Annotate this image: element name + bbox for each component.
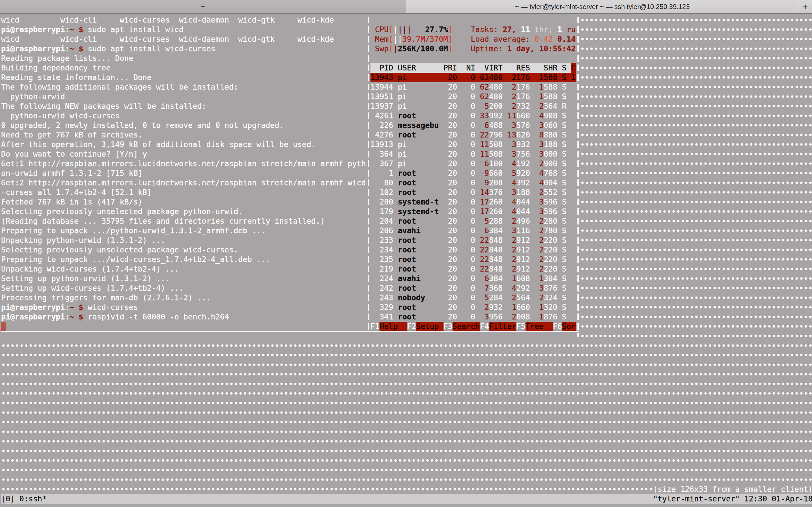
terminal-row: Get:1 http://raspbian.mirrors.lucidnetwo… — [1, 159, 812, 168]
terminal-row: ∙∙∙∙∙∙∙∙∙∙∙∙∙∙∙∙∙∙∙∙∙∙∙∙∙∙∙∙∙∙∙∙∙∙∙∙∙∙∙∙… — [1, 456, 812, 465]
terminal-row: ∙∙∙∙∙∙∙∙∙∙∙∙∙∙∙∙∙∙∙∙∙∙∙∙∙∙∙∙∙∙∙∙∙∙∙∙∙∙∙∙… — [1, 389, 812, 398]
terminal-row: on-urwid armhf 1.3.1-2 [715 kB] 1 root 2… — [1, 168, 812, 178]
terminal-row: wicd wicd-cli wicd-curses wicd-daemon wi… — [1, 34, 812, 44]
terminal-row: ∙∙∙∙∙∙∙∙∙∙∙∙∙∙∙∙∙∙∙∙∙∙∙∙∙∙∙∙∙∙∙∙∙∙∙∙∙∙∙∙… — [1, 408, 812, 417]
tmux-status-bar: [0] 0:ssh* "tyler-mint-server" 12:30 01-… — [1, 494, 812, 504]
terminal-row: Setting up wicd-curses (1.7.4+tb2-4) ...… — [1, 283, 812, 293]
terminal-row: Building dependency tree PID USER PRI NI… — [1, 63, 812, 73]
terminal-row: ∙∙∙∙∙∙∙∙∙∙∙∙∙∙∙∙∙∙∙∙∙∙∙∙∙∙∙∙∙∙∙∙∙∙∙∙∙∙∙∙… — [1, 417, 812, 427]
terminal-row: The following additional packages will b… — [1, 82, 812, 92]
terminal-row: ∙∙∙∙∙∙∙∙∙∙∙∙∙∙∙∙∙∙∙∙∙∙∙∙∙∙∙∙∙∙∙∙∙∙∙∙∙∙∙∙… — [1, 331, 812, 341]
tab-bar: ~ ~ — tyler@tyler-mint-server ~ — ssh ty… — [0, 0, 812, 14]
tab-ssh-title: ~ — tyler@tyler-mint-server ~ — ssh tyle… — [515, 3, 690, 11]
terminal-row: Setting up python-urwid (1.3.1-2) ... 22… — [1, 274, 812, 283]
terminal-row: The following NEW packages will be insta… — [1, 101, 812, 111]
tab-home[interactable]: ~ — [0, 0, 406, 13]
terminal-row: Need to get 767 kB of archives. 4276 roo… — [1, 130, 812, 140]
terminal-row: (Reading database ... 35795 files and di… — [1, 216, 812, 226]
terminal-row: pi@raspberrypi:~ $ wicd-curses 329 root … — [1, 302, 812, 312]
terminal-row: ∙∙∙∙∙∙∙∙∙∙∙∙∙∙∙∙∙∙∙∙∙∙∙∙∙∙∙∙∙∙∙∙∙∙∙∙∙∙∙∙… — [1, 370, 812, 379]
terminal-row: Processing triggers for man-db (2.7.6.1-… — [1, 293, 812, 302]
terminal-row: ∙∙∙∙∙∙∙∙∙∙∙∙∙∙∙∙∙∙∙∙∙∙∙∙∙∙∙∙∙∙∙∙∙∙∙∙∙∙∙∙… — [1, 465, 812, 475]
terminal-row: pi@raspberrypi:~ $ sudo apt install wicd… — [1, 25, 812, 34]
terminal-row: ∙∙∙∙∙∙∙∙∙∙∙∙∙∙∙∙∙∙∙∙∙∙∙∙∙∙∙∙∙∙∙∙∙∙∙∙∙∙∙∙… — [1, 398, 812, 408]
terminal-row: Unpacking wicd-curses (1.7.4+tb2-4) ... … — [1, 264, 812, 274]
terminal-row: Fetched 767 kB in 1s (417 kB/s) 200 syst… — [1, 197, 812, 207]
terminal-row: Reading state information... Done 13943 … — [1, 73, 812, 82]
terminal-row: F1Help F2Setup F3SearchF4FilterF5Tree F6… — [1, 322, 812, 331]
terminal-row: ∙∙∙∙∙∙∙∙∙∙∙∙∙∙∙∙∙∙∙∙∙∙∙∙∙∙∙∙∙∙∙∙∙∙∙∙∙∙∙∙… — [1, 446, 812, 456]
terminal-row: Selecting previously unselected package … — [1, 245, 812, 255]
terminal-row: 0 upgraded, 2 newly installed, 0 to remo… — [1, 121, 812, 130]
plus-icon: + — [803, 3, 808, 11]
terminal-row: Do you want to continue? [Y/n] y 364 pi … — [1, 149, 812, 159]
terminal-row: Preparing to unpack .../python-urwid_1.3… — [1, 226, 812, 235]
terminal-row: Unpacking python-urwid (1.3.1-2) ... 233… — [1, 235, 812, 245]
tab-home-title: ~ — [201, 3, 205, 11]
terminal-grid: wicd wicd-cli wicd-curses wicd-daemon wi… — [1, 15, 812, 504]
terminal-row: python-urwid wicd-curses 4261 root 20 0 … — [1, 111, 812, 121]
terminal-screen[interactable]: wicd wicd-cli wicd-curses wicd-daemon wi… — [0, 14, 812, 507]
terminal-row: python-urwid 13951 pi 20 0 62480 2176 15… — [1, 92, 812, 101]
terminal-row: ∙∙∙∙∙∙∙∙∙∙∙∙∙∙∙∙∙∙∙∙∙∙∙∙∙∙∙∙∙∙∙∙∙∙∙∙∙∙∙∙… — [1, 360, 812, 370]
terminal-row: ∙∙∙∙∙∙∙∙∙∙∙∙∙∙∙∙∙∙∙∙∙∙∙∙∙∙∙∙∙∙∙∙∙∙∙∙∙∙∙∙… — [1, 379, 812, 389]
terminal-row: Preparing to unpack .../wicd-curses_1.7.… — [1, 255, 812, 264]
terminal-row: Get:2 http://raspbian.mirrors.lucidnetwo… — [1, 178, 812, 187]
tab-ssh-session[interactable]: ~ — tyler@tyler-mint-server ~ — ssh tyle… — [406, 0, 799, 13]
tmux-session-bottom-boundary — [1, 331, 579, 332]
terminal-row: wicd wicd-cli wicd-curses wicd-daemon wi… — [1, 15, 812, 25]
new-tab-button[interactable]: + — [799, 0, 812, 13]
terminal-row: pi@raspberrypi:~ $ sudo apt install wicd… — [1, 44, 812, 54]
terminal-row: pi@raspberrypi:~ $ raspivid -t 60000 -o … — [1, 312, 812, 322]
terminal-row: ∙∙∙∙∙∙∙∙∙∙∙∙∙∙∙∙∙∙∙∙∙∙∙∙∙∙∙∙∙∙∙∙∙∙∙∙∙∙∙∙… — [1, 427, 812, 437]
terminal-row: -curses all 1.7.4+tb2-4 [52.1 kB] 102 ro… — [1, 187, 812, 197]
tmux-session-right-boundary — [577, 15, 579, 337]
terminal-row: Selecting previously unselected package … — [1, 207, 812, 216]
terminal-row: ∙∙∙∙∙∙∙∙∙∙∙∙∙∙∙∙∙∙∙∙∙∙∙∙∙∙∙∙∙∙∙∙∙∙∙∙∙∙∙∙… — [1, 485, 812, 494]
terminal-row: ∙∙∙∙∙∙∙∙∙∙∙∙∙∙∙∙∙∙∙∙∙∙∙∙∙∙∙∙∙∙∙∙∙∙∙∙∙∙∙∙… — [1, 350, 812, 360]
terminal-row: ∙∙∙∙∙∙∙∙∙∙∙∙∙∙∙∙∙∙∙∙∙∙∙∙∙∙∙∙∙∙∙∙∙∙∙∙∙∙∙∙… — [1, 475, 812, 485]
terminal-row: After this operation, 3,149 kB of additi… — [1, 140, 812, 149]
terminal-row: Reading package lists... Done ∙∙∙∙∙∙∙∙∙∙… — [1, 54, 812, 63]
terminal-row: ∙∙∙∙∙∙∙∙∙∙∙∙∙∙∙∙∙∙∙∙∙∙∙∙∙∙∙∙∙∙∙∙∙∙∙∙∙∙∙∙… — [1, 341, 812, 350]
tmux-pane-divider — [368, 15, 369, 331]
terminal-row: ∙∙∙∙∙∙∙∙∙∙∙∙∙∙∙∙∙∙∙∙∙∙∙∙∙∙∙∙∙∙∙∙∙∙∙∙∙∙∙∙… — [1, 437, 812, 446]
